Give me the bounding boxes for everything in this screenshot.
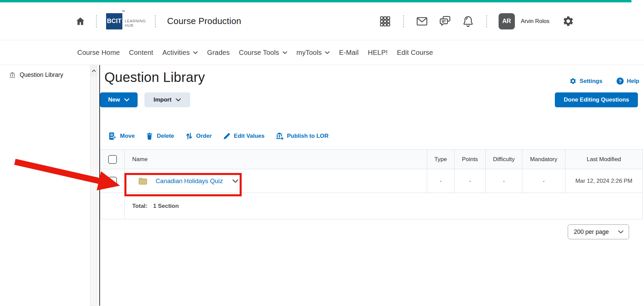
column-header-name[interactable]: Name bbox=[125, 150, 427, 169]
publish-to-lor-action[interactable]: Publish to LOR bbox=[276, 132, 329, 140]
mail-icon[interactable] bbox=[416, 15, 428, 28]
nav-course-tools[interactable]: Course Tools bbox=[239, 49, 287, 57]
help-icon: ? bbox=[617, 78, 624, 85]
user-name[interactable]: Arvin Rolos bbox=[521, 18, 549, 24]
bulk-actions-toolbar: Move Delete Order bbox=[100, 132, 643, 140]
row-checkbox[interactable] bbox=[108, 177, 117, 185]
publish-bank-icon bbox=[276, 132, 284, 140]
question-library-sidebar: Question Library bbox=[0, 65, 99, 306]
divider-dotted bbox=[155, 15, 156, 27]
pencil-icon bbox=[223, 132, 231, 140]
table-row: Canadian Holidays Quiz - - - - Mar 12, 2… bbox=[100, 169, 643, 193]
folder-icon bbox=[138, 177, 147, 185]
row-context-chevron-icon[interactable] bbox=[232, 179, 239, 183]
table-header-row: Name Type Points Difficulty Mandatory La… bbox=[100, 150, 643, 169]
logo-subtitle-line2: HUB bbox=[125, 23, 146, 28]
move-action[interactable]: Move bbox=[108, 132, 135, 140]
caret-up-icon bbox=[92, 69, 96, 72]
sidebar-item-label: Question Library bbox=[20, 71, 63, 79]
home-icon[interactable] bbox=[74, 15, 87, 28]
library-bank-icon bbox=[9, 71, 16, 79]
nav-grades[interactable]: Grades bbox=[207, 49, 230, 57]
column-header-points[interactable]: Points bbox=[455, 150, 486, 169]
question-library-table: Name Type Points Difficulty Mandatory La… bbox=[100, 149, 643, 219]
sidebar-item-question-library[interactable]: Question Library bbox=[0, 65, 99, 79]
nav-mytools[interactable]: myTools bbox=[297, 49, 330, 57]
nav-content[interactable]: Content bbox=[129, 49, 153, 57]
done-editing-questions-button[interactable]: Done Editing Questions bbox=[555, 92, 638, 107]
settings-gear-icon bbox=[569, 78, 577, 85]
bcit-logo[interactable]: BCIT ™ LEARNING HUB bbox=[106, 13, 146, 29]
per-page-select[interactable]: 200 per page bbox=[568, 224, 629, 239]
cell-last-modified: Mar 12, 2024 2:26 PM bbox=[565, 169, 643, 193]
edit-values-action[interactable]: Edit Values bbox=[223, 132, 265, 140]
total-label: Total: bbox=[132, 203, 147, 209]
divider-dotted bbox=[403, 15, 404, 27]
chevron-down-icon bbox=[325, 51, 330, 54]
avatar-initials: AR bbox=[502, 18, 511, 25]
trash-icon bbox=[145, 132, 154, 140]
divider-dotted bbox=[96, 15, 97, 27]
scroll-up-button[interactable] bbox=[90, 65, 97, 76]
nav-course-home[interactable]: Course Home bbox=[77, 49, 120, 57]
import-button[interactable]: Import bbox=[144, 92, 190, 107]
chevron-down-icon bbox=[176, 98, 181, 102]
course-navbar: Course Home Content Activities Grades Co… bbox=[0, 40, 644, 65]
user-avatar[interactable]: AR bbox=[499, 13, 515, 29]
chat-icon[interactable] bbox=[439, 15, 451, 28]
logo-subtitle-line1: LEARNING bbox=[125, 19, 146, 23]
column-header-last-modified[interactable]: Last Modified bbox=[565, 150, 643, 169]
sidebar-scrollbar[interactable] bbox=[90, 65, 97, 306]
logo-text: BCIT bbox=[107, 18, 121, 25]
nav-activities[interactable]: Activities bbox=[162, 49, 198, 57]
app-header: BCIT ™ LEARNING HUB Course Production bbox=[0, 2, 644, 40]
course-title: Course Production bbox=[167, 16, 241, 26]
divider-dotted bbox=[486, 15, 487, 27]
chevron-down-icon bbox=[124, 98, 129, 102]
waffle-grid-icon[interactable] bbox=[379, 15, 391, 28]
nav-edit-course[interactable]: Edit Course bbox=[397, 49, 433, 57]
cell-type: - bbox=[427, 169, 455, 193]
column-header-difficulty[interactable]: Difficulty bbox=[486, 150, 522, 169]
cell-points: - bbox=[455, 169, 486, 193]
cell-mandatory: - bbox=[522, 169, 565, 193]
nav-email[interactable]: E-Mail bbox=[339, 49, 359, 57]
settings-link[interactable]: Settings bbox=[569, 77, 602, 85]
nav-help[interactable]: HELP! bbox=[368, 49, 388, 57]
cell-difficulty: - bbox=[486, 169, 522, 193]
page-title: Question Library bbox=[104, 70, 205, 85]
column-header-mandatory[interactable]: Mandatory bbox=[522, 150, 565, 169]
logo-trademark: ™ bbox=[122, 10, 125, 14]
total-value: 1 Section bbox=[153, 203, 179, 209]
bell-icon[interactable] bbox=[462, 15, 475, 28]
column-header-type[interactable]: Type bbox=[427, 150, 455, 169]
table-total-row: Total: 1 Section bbox=[100, 193, 643, 219]
order-action[interactable]: Order bbox=[185, 132, 212, 140]
chevron-down-icon bbox=[618, 230, 624, 234]
per-page-value: 200 per page bbox=[574, 228, 610, 236]
section-link-canadian-holidays-quiz[interactable]: Canadian Holidays Quiz bbox=[156, 177, 223, 185]
help-link[interactable]: ? Help bbox=[617, 77, 639, 85]
question-library-main: Question Library Settings ? Help New Imp… bbox=[100, 65, 644, 306]
chevron-down-icon bbox=[193, 51, 198, 54]
accent-top-bar bbox=[0, 0, 631, 2]
gear-icon[interactable] bbox=[562, 15, 575, 28]
order-arrows-icon bbox=[185, 132, 193, 140]
chevron-down-icon bbox=[282, 51, 287, 54]
new-button[interactable]: New bbox=[100, 92, 138, 107]
select-all-checkbox[interactable] bbox=[108, 155, 117, 164]
delete-action[interactable]: Delete bbox=[145, 132, 174, 140]
move-icon bbox=[108, 132, 117, 140]
